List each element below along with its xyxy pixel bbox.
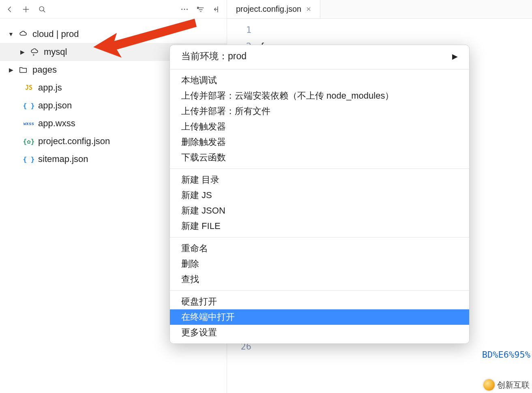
cloud-function-icon: [29, 48, 40, 56]
cloud-folder-icon: [18, 30, 28, 39]
context-menu: 当前环境：prod ▶ 本地调试上传并部署：云端安装依赖（不上传 node_mo…: [169, 45, 470, 344]
filter-button[interactable]: [193, 3, 208, 16]
menu-item-upload-deploy-deps[interactable]: 上传并部署：云端安装依赖（不上传 node_modules）: [170, 88, 469, 104]
menu-item-delete[interactable]: 删除: [170, 256, 469, 272]
env-value: prod: [228, 51, 247, 61]
line-number: 1: [227, 22, 251, 38]
chevron-right-icon: ▶: [19, 49, 25, 55]
menu-item-open-disk[interactable]: 硬盘打开: [170, 294, 469, 309]
tree-item-label: cloud | prod: [32, 29, 79, 39]
menu-item-find[interactable]: 查找: [170, 272, 469, 287]
config-file-icon: {✿}: [24, 138, 34, 145]
tree-item-label: sitemap.json: [38, 154, 88, 164]
wxss-file-icon: wxss: [24, 121, 34, 126]
more-button[interactable]: [177, 3, 192, 16]
watermark-text: 创新互联: [497, 380, 530, 391]
watermark-icon: [483, 379, 495, 391]
tree-item-label: pages: [32, 65, 57, 75]
tab-label: project.config.json: [236, 4, 301, 14]
menu-item-open-terminal[interactable]: 在终端中打开: [170, 309, 469, 325]
tree-item-label: mysql: [44, 47, 67, 57]
menu-item-more-settings[interactable]: 更多设置: [170, 325, 469, 340]
menu-item-upload-deploy-all[interactable]: 上传并部署：所有文件: [170, 104, 469, 119]
menu-item-download-cloud-fn[interactable]: 下载云函数: [170, 150, 469, 165]
search-button[interactable]: [35, 3, 49, 16]
folder-icon: [18, 65, 28, 74]
env-label: 当前环境：: [181, 51, 228, 61]
tree-item-label: app.js: [38, 82, 62, 93]
tree-item-label: app.json: [38, 100, 72, 111]
collapse-button[interactable]: [210, 3, 224, 16]
editor-tabbar: project.config.json ×: [227, 0, 532, 19]
js-file-icon: JS: [24, 84, 34, 91]
menu-item-new-js[interactable]: 新建 JS: [170, 188, 469, 203]
context-menu-header[interactable]: 当前环境：prod ▶: [170, 45, 469, 69]
menu-item-new-json[interactable]: 新建 JSON: [170, 203, 469, 218]
sidebar-toolbar: [0, 0, 227, 19]
new-file-button[interactable]: [19, 3, 33, 16]
tree-item-cloud-root[interactable]: ▼ cloud | prod: [0, 25, 227, 43]
tree-item-label: project.config.json: [38, 136, 110, 147]
chevron-right-icon: ▶: [452, 52, 458, 61]
svg-point-4: [181, 9, 182, 10]
menu-item-local-debug[interactable]: 本地调试: [170, 73, 469, 88]
svg-point-2: [39, 6, 44, 11]
chevron-left-icon[interactable]: [2, 3, 17, 16]
editor-tab-project-config[interactable]: project.config.json ×: [227, 0, 320, 18]
tree-item-label: app.wxss: [38, 118, 75, 129]
json-file-icon: { }: [24, 102, 34, 110]
svg-point-5: [184, 9, 185, 10]
watermark: 创新互联: [483, 379, 530, 391]
svg-point-6: [187, 9, 188, 10]
chevron-right-icon: ▶: [8, 67, 14, 73]
menu-item-new-file[interactable]: 新建 FILE: [170, 218, 469, 234]
menu-item-upload-trigger[interactable]: 上传触发器: [170, 119, 469, 134]
close-icon[interactable]: ×: [306, 4, 311, 14]
menu-item-new-dir[interactable]: 新建 目录: [170, 172, 469, 188]
menu-item-rename[interactable]: 重命名: [170, 241, 469, 256]
chevron-down-icon: ▼: [8, 31, 14, 37]
menu-item-delete-trigger[interactable]: 删除触发器: [170, 134, 469, 150]
svg-line-3: [43, 10, 45, 12]
json-file-icon: { }: [24, 155, 34, 163]
